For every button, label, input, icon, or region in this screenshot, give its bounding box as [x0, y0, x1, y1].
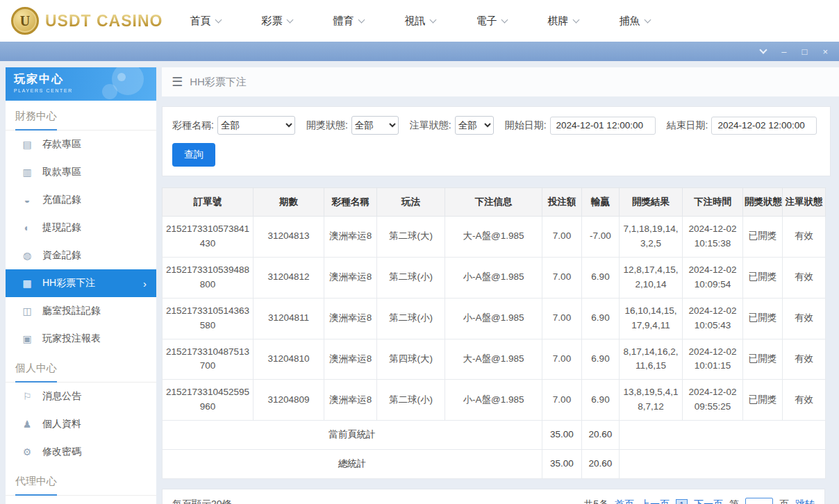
sidebar-item-label: 充值記錄 [42, 194, 81, 206]
sidebar-item-withdraw[interactable]: ▥取款專區 [6, 158, 156, 186]
brand-logo[interactable]: U USDT CASINO [11, 7, 163, 35]
summary-row: 總統計35.0020.60 [163, 450, 826, 479]
chevron-down-icon [645, 16, 651, 23]
nav-item-label: 棋牌 [547, 15, 568, 28]
brand-name: USDT CASINO [45, 12, 163, 31]
collapse-chevron-icon[interactable] [760, 46, 767, 53]
chevron-down-icon [573, 16, 580, 23]
table-cell: 31204809 [254, 380, 324, 421]
page-jump-input[interactable] [745, 498, 773, 504]
table-cell: 2152173310452595960 [163, 380, 254, 421]
cashout-icon: ◐ [21, 222, 33, 233]
first-page-link[interactable]: 首页 [615, 498, 634, 504]
nav-item-彩票[interactable]: 彩票 [241, 0, 313, 42]
table-cell: 6.90 [582, 339, 620, 380]
column-header: 投注額 [542, 188, 582, 217]
sidebar-item-label: 廳室投註記錄 [42, 305, 101, 317]
column-header: 下注信息 [445, 188, 542, 217]
table-cell: 6.90 [582, 257, 620, 298]
jump-link[interactable]: 跳转 [795, 498, 815, 504]
prev-page-link[interactable]: 上一页 [640, 498, 670, 504]
start-date-input[interactable] [550, 117, 656, 135]
table-row: 215217331053948880031204812澳洲幸运8第二球(小)小-… [163, 257, 826, 298]
chevron-down-icon [430, 16, 437, 23]
pagination-bar: 每頁顯示20條 共5条 首页 上一页 1 下一页 第 页 跳转 [162, 489, 825, 504]
table-cell: 第二球(小) [377, 298, 445, 339]
page-jump-suffix: 页 [779, 498, 789, 504]
chevron-down-icon [501, 16, 508, 23]
sidebar-item-label: 取款專區 [42, 166, 81, 178]
table-cell: 有效 [783, 339, 826, 380]
table-cell: 第二球(小) [377, 380, 445, 421]
table-cell: 6.90 [582, 298, 620, 339]
table-cell: 澳洲幸运8 [324, 257, 377, 298]
table-cell: 澳洲幸运8 [324, 298, 377, 339]
sidebar-item-deposit[interactable]: ▤存款專區 [6, 131, 156, 158]
draw-status-select[interactable]: 全部 [351, 116, 399, 135]
funds-icon: ◍ [21, 250, 33, 261]
sidebar-item-report[interactable]: ▣玩家投注報表 [6, 325, 156, 353]
maximize-button[interactable]: □ [802, 47, 808, 56]
workspace: 玩家中心 PLAYERS CENTER 財務中心▤存款專區▥取款專區◒充值記錄◐… [0, 61, 839, 504]
table-header-row: 訂單號期數彩種名稱玩法下注信息投注額輸贏開獎結果下注時間開獎狀態注單狀態 [163, 188, 826, 217]
sidebar-item-cashout[interactable]: ◐提現記錄 [6, 214, 156, 242]
next-page-link[interactable]: 下一页 [694, 498, 723, 504]
table-cell: 有效 [783, 217, 826, 258]
top-header: U USDT CASINO 首頁彩票體育視訊電子棋牌捕魚 [0, 0, 839, 42]
table-cell: 8,17,14,16,2,11,6,15 [620, 339, 683, 380]
table-row: 215217331057384143031204813澳洲幸运8第二球(大)大-… [163, 217, 826, 258]
table-cell: 小-A盤@1.985 [445, 298, 542, 339]
sidebar-menu: 財務中心▤存款專區▥取款專區◒充值記錄◐提現記錄◍資金記錄▦HH彩票下注›◫廳室… [6, 101, 156, 496]
table-cell: 7,1,18,19,14,3,2,5 [620, 217, 683, 258]
main-area: ☰ HH彩票下注 彩種名稱: 全部 開獎狀態: 全部 注單狀態: 全部 開始日期… [162, 67, 839, 504]
nav-item-label: 首頁 [190, 15, 210, 28]
minimize-button[interactable]: – [781, 47, 786, 56]
nav-item-label: 體育 [333, 15, 354, 28]
table-cell: 澳洲幸运8 [324, 217, 377, 258]
deposit-icon: ▤ [21, 139, 33, 150]
chevron-down-icon [215, 16, 222, 23]
nav-item-label: 電子 [476, 15, 497, 28]
summary-label: 當前頁統計 [163, 421, 542, 450]
sidebar-item-gear[interactable]: ⚙修改密碼 [6, 438, 156, 466]
top-nav: 首頁彩票體育視訊電子棋牌捕魚 [169, 0, 670, 42]
sidebar-item-recharge[interactable]: ◒充值記錄 [6, 186, 156, 214]
nav-item-棋牌[interactable]: 棋牌 [527, 0, 599, 42]
lottery-select[interactable]: 全部 [217, 116, 295, 135]
start-date-label: 開始日期: [505, 119, 547, 132]
table-cell: 7.00 [542, 257, 582, 298]
end-date-input[interactable] [711, 117, 817, 135]
order-status-select[interactable]: 全部 [455, 116, 494, 135]
sidebar-item-bell[interactable]: ⚐消息公告 [6, 383, 156, 410]
table-cell: 2024-12-02 10:09:54 [683, 257, 743, 298]
nav-item-視訊[interactable]: 視訊 [384, 0, 456, 42]
end-date-label: 結束日期: [667, 119, 708, 132]
close-button[interactable]: × [822, 47, 828, 56]
current-page[interactable]: 1 [676, 499, 688, 504]
table-cell: 已開獎 [743, 257, 783, 298]
nav-item-體育[interactable]: 體育 [313, 0, 384, 42]
lottery-filter-label: 彩種名稱: [172, 119, 214, 132]
nav-item-捕魚[interactable]: 捕魚 [599, 0, 670, 42]
nav-item-電子[interactable]: 電子 [456, 0, 527, 42]
page-title: HH彩票下注 [190, 76, 247, 89]
table-cell: 已開獎 [743, 380, 783, 421]
sidebar-item-lottery[interactable]: ▦HH彩票下注› [6, 269, 156, 297]
search-button[interactable]: 查詢 [172, 143, 215, 167]
table-cell: 已開獎 [743, 217, 783, 258]
lottery-icon: ▦ [21, 278, 33, 289]
filter-panel: 彩種名稱: 全部 開獎狀態: 全部 注單狀態: 全部 開始日期: 結束日期: 查… [162, 106, 831, 176]
table-cell: 已開獎 [743, 298, 783, 339]
table-cell: 2024-12-02 09:55:25 [683, 380, 743, 421]
sidebar-item-user[interactable]: ♟個人資料 [6, 410, 156, 438]
player-center-banner: 玩家中心 PLAYERS CENTER [6, 67, 156, 101]
nav-item-首頁[interactable]: 首頁 [169, 0, 241, 42]
sidebar-item-hall[interactable]: ◫廳室投註記錄 [6, 297, 156, 325]
summary-label: 總統計 [163, 450, 542, 479]
nav-item-label: 捕魚 [619, 15, 640, 28]
summary-winloss-total: 20.60 [582, 450, 620, 479]
sidebar-section-title: 代理中心 [6, 466, 156, 496]
sidebar-item-label: 消息公告 [42, 390, 81, 403]
sidebar-item-funds[interactable]: ◍資金記錄 [6, 242, 156, 269]
hamburger-menu-icon[interactable]: ☰ [172, 74, 183, 90]
